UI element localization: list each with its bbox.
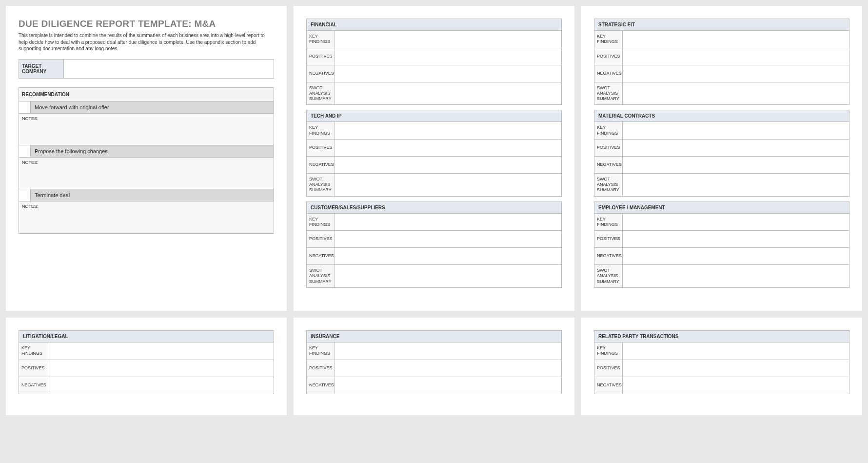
target-company-label: TARGET COMPANY [19, 60, 64, 78]
section-customer-sales-suppliers: CUSTOMER/SALES/SUPPLIERS KEY FINDINGS PO… [306, 201, 562, 288]
row-value[interactable] [335, 48, 561, 65]
row-label-negatives: NEGATIVES [594, 65, 623, 82]
row-label-positives: POSITIVES [594, 48, 623, 65]
row-value[interactable] [335, 231, 561, 247]
recommendation-option-label: Terminate deal [31, 189, 274, 201]
notes-field[interactable] [19, 166, 274, 189]
row-value[interactable] [623, 31, 849, 48]
section-header: RELATED PARTY TRANSACTIONS [594, 331, 849, 342]
row-value[interactable] [47, 360, 274, 377]
row-value[interactable] [623, 174, 849, 196]
row-label-negatives: NEGATIVES [307, 65, 335, 82]
row-value[interactable] [335, 65, 561, 82]
row-value[interactable] [623, 140, 849, 156]
recommendation-header: RECOMMENDATION [19, 88, 274, 101]
recommendation-checkbox[interactable] [19, 189, 31, 201]
recommendation-option-label: Propose the following changes [31, 145, 274, 157]
row-label-negatives: NEGATIVES [594, 157, 623, 173]
row-value[interactable] [335, 140, 561, 156]
section-header: STRATEGIC FIT [594, 19, 849, 31]
row-value[interactable] [623, 122, 849, 139]
row-value[interactable] [623, 65, 849, 82]
row-label-positives: POSITIVES [307, 360, 335, 377]
row-value[interactable] [623, 157, 849, 173]
row-value[interactable] [623, 265, 849, 287]
row-value[interactable] [623, 82, 849, 105]
notes-field[interactable] [19, 122, 274, 145]
row-label-positives: POSITIVES [594, 231, 623, 247]
row-label-swot: SWOT ANALYSIS SUMMARY [594, 174, 623, 196]
row-value[interactable] [335, 214, 561, 231]
recommendation-option: Propose the following changes [19, 145, 274, 158]
row-value[interactable] [623, 377, 849, 394]
page-sections-5: RELATED PARTY TRANSACTIONS KEY FINDINGS … [581, 318, 862, 415]
row-label-key-findings: KEY FINDINGS [307, 31, 335, 48]
recommendation-checkbox[interactable] [19, 101, 31, 113]
intro-text: This template is intended to combine the… [19, 32, 274, 52]
section-financial: FINANCIAL KEY FINDINGS POSITIVES NEGATIV… [306, 19, 562, 105]
row-label-positives: POSITIVES [307, 48, 335, 65]
notes-label: NOTES: [19, 201, 274, 210]
recommendation-option: Move forward with original offer [19, 101, 274, 114]
row-label-swot: SWOT ANALYSIS SUMMARY [307, 82, 335, 105]
page-sections-4: INSURANCE KEY FINDINGS POSITIVES NEGATIV… [294, 318, 574, 415]
section-tech-ip: TECH AND IP KEY FINDINGS POSITIVES NEGAT… [306, 110, 562, 196]
row-label-key-findings: KEY FINDINGS [19, 342, 47, 360]
row-label-positives: POSITIVES [307, 140, 335, 156]
section-related-party-transactions: RELATED PARTY TRANSACTIONS KEY FINDINGS … [594, 330, 849, 394]
row-value[interactable] [335, 31, 561, 48]
row-value[interactable] [335, 342, 561, 360]
row-label-key-findings: KEY FINDINGS [594, 342, 623, 360]
row-label-key-findings: KEY FINDINGS [594, 214, 623, 231]
row-value[interactable] [335, 82, 561, 105]
row-value[interactable] [335, 248, 561, 264]
row-label-negatives: NEGATIVES [307, 377, 335, 394]
section-header: LITIGATION/LEGAL [19, 331, 274, 342]
page-sections-1: FINANCIAL KEY FINDINGS POSITIVES NEGATIV… [294, 6, 574, 311]
section-litigation-legal: LITIGATION/LEGAL KEY FINDINGS POSITIVES … [19, 330, 274, 394]
row-value[interactable] [47, 342, 274, 360]
row-value[interactable] [623, 248, 849, 264]
row-value[interactable] [47, 377, 274, 394]
page-sections-2: STRATEGIC FIT KEY FINDINGS POSITIVES NEG… [581, 6, 862, 311]
notes-field[interactable] [19, 210, 274, 233]
document-title: DUE DILIGENCE REPORT TEMPLATE: M&A [19, 19, 274, 29]
recommendation-block: RECOMMENDATION Move forward with origina… [19, 87, 274, 234]
section-insurance: INSURANCE KEY FINDINGS POSITIVES NEGATIV… [306, 330, 562, 394]
row-value[interactable] [335, 157, 561, 173]
row-label-key-findings: KEY FINDINGS [307, 122, 335, 139]
notes-label: NOTES: [19, 114, 274, 122]
row-value[interactable] [623, 48, 849, 65]
row-label-key-findings: KEY FINDINGS [307, 342, 335, 360]
row-value[interactable] [335, 265, 561, 287]
page-sections-3: LITIGATION/LEGAL KEY FINDINGS POSITIVES … [6, 318, 287, 415]
row-label-positives: POSITIVES [594, 360, 623, 377]
row-label-negatives: NEGATIVES [19, 377, 47, 394]
row-value[interactable] [623, 231, 849, 247]
row-value[interactable] [335, 377, 561, 394]
section-header: TECH AND IP [307, 110, 561, 122]
row-value[interactable] [335, 360, 561, 377]
row-label-negatives: NEGATIVES [307, 248, 335, 264]
section-header: INSURANCE [307, 331, 561, 342]
row-label-key-findings: KEY FINDINGS [307, 214, 335, 231]
row-value[interactable] [623, 214, 849, 231]
row-value[interactable] [335, 122, 561, 139]
row-label-positives: POSITIVES [307, 231, 335, 247]
row-value[interactable] [623, 342, 849, 360]
section-employee-management: EMPLOYEE / MANAGEMENT KEY FINDINGS POSIT… [594, 201, 849, 288]
section-header: EMPLOYEE / MANAGEMENT [594, 202, 849, 214]
section-header: FINANCIAL [307, 19, 561, 31]
row-label-negatives: NEGATIVES [307, 157, 335, 173]
row-value[interactable] [335, 174, 561, 196]
target-company-row: TARGET COMPANY [19, 59, 274, 79]
target-company-value[interactable] [64, 60, 274, 78]
recommendation-option: Terminate deal [19, 189, 274, 201]
section-strategic-fit: STRATEGIC FIT KEY FINDINGS POSITIVES NEG… [594, 19, 849, 105]
row-label-swot: SWOT ANALYSIS SUMMARY [594, 82, 623, 105]
row-value[interactable] [623, 360, 849, 377]
row-label-swot: SWOT ANALYSIS SUMMARY [307, 174, 335, 196]
row-label-key-findings: KEY FINDINGS [594, 31, 623, 48]
recommendation-checkbox[interactable] [19, 145, 31, 157]
recommendation-option-label: Move forward with original offer [31, 101, 274, 113]
